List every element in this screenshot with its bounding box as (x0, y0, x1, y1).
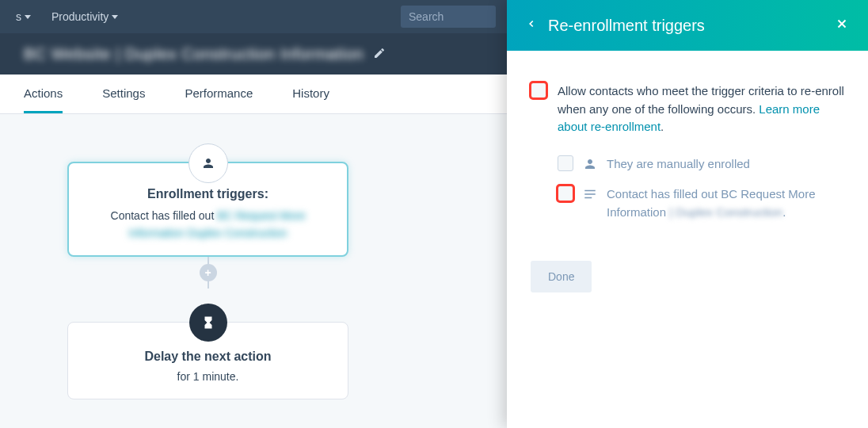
sub-option-label: They are manually enrolled (607, 155, 844, 174)
tab-label: History (292, 86, 329, 100)
enrollment-prefix: Contact has filled out (111, 209, 218, 222)
connector-line: + (207, 257, 209, 289)
back-chevron-icon[interactable] (526, 16, 537, 36)
reenrollment-panel: Re-enrollment triggers Allow contacts wh… (507, 0, 868, 428)
enrollment-link: BC Request More (217, 209, 305, 222)
tab-performance[interactable]: Performance (185, 75, 253, 113)
tab-label: Actions (24, 86, 63, 100)
tab-actions[interactable]: Actions (24, 75, 63, 113)
nav-item-productivity[interactable]: Productivity (44, 10, 126, 23)
search-input[interactable] (401, 6, 496, 28)
enrollment-link-2: Information Duplex Construction (85, 227, 331, 239)
caret-down-icon (25, 15, 31, 19)
edit-pencil-icon[interactable] (373, 47, 386, 62)
sub-options: They are manually enrolled Contact has f… (558, 155, 844, 222)
enrollment-text: Contact has filled out BC Request More I… (85, 209, 331, 239)
done-button[interactable]: Done (531, 261, 592, 292)
tab-settings[interactable]: Settings (102, 75, 145, 113)
nav-item-label: s (16, 10, 21, 23)
period: . (661, 120, 664, 133)
main-option-text: Allow contacts who meet the trigger crit… (558, 82, 844, 136)
allow-reenroll-checkbox[interactable] (531, 82, 546, 98)
manual-enroll-checkbox[interactable] (558, 155, 573, 171)
nav-item-s[interactable]: s (8, 10, 39, 23)
workflow-flow: Enrollment triggers: Contact has filled … (67, 162, 348, 399)
tab-history[interactable]: History (292, 75, 329, 113)
enrollment-trigger-card[interactable]: Enrollment triggers: Contact has filled … (67, 162, 348, 257)
nav-item-label: Productivity (51, 10, 108, 23)
panel-header: Re-enrollment triggers (507, 0, 868, 51)
search-container (401, 6, 496, 28)
hourglass-circle-icon (189, 304, 227, 342)
tab-label: Performance (185, 86, 253, 100)
form-icon (583, 187, 597, 201)
sub-option-form: Contact has filled out BC Request More I… (558, 185, 844, 221)
panel-body: Allow contacts who meet the trigger crit… (507, 51, 868, 324)
enrollment-heading: Enrollment triggers: (85, 187, 331, 201)
workflow-title: BC Website | Duplex Construction Informa… (24, 45, 364, 63)
sub-option-label: Contact has filled out BC Request More I… (607, 185, 844, 221)
caret-down-icon (112, 15, 118, 19)
panel-title: Re-enrollment triggers (548, 17, 824, 35)
person-circle-icon (188, 143, 228, 183)
delay-sub: for 1 minute. (84, 370, 332, 383)
delay-action-card[interactable]: Delay the next action for 1 minute. (67, 322, 348, 399)
sub-option-manual: They are manually enrolled (558, 155, 844, 174)
add-action-button[interactable]: + (200, 264, 217, 281)
period: . (782, 205, 786, 219)
main-option-row: Allow contacts who meet the trigger crit… (531, 82, 844, 136)
form-blurred: | Duplex Construction (669, 205, 782, 219)
tab-label: Settings (102, 86, 145, 100)
form-reenroll-checkbox[interactable] (558, 185, 573, 201)
delay-heading: Delay the next action (84, 350, 332, 364)
form-prefix: Contact has filled out (607, 187, 721, 201)
person-icon (583, 157, 597, 171)
close-icon[interactable] (835, 15, 849, 36)
